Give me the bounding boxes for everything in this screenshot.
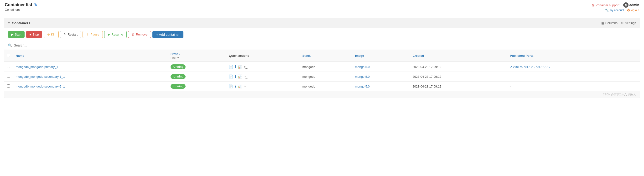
created-col-header[interactable]: Created <box>410 50 507 62</box>
row-checkbox[interactable] <box>7 84 10 88</box>
panel-header: ≡ Containers ▦ Columns ⚙ Settings <box>4 18 640 28</box>
header-right-top: ⊗ Portainer support admin <box>592 2 639 8</box>
inspect-icon[interactable]: ℹ <box>235 74 236 79</box>
my-account-link[interactable]: 🔧 my account <box>605 8 624 12</box>
header-right: ⊗ Portainer support admin 🔧 my account ⏻… <box>592 2 639 12</box>
select-all-checkbox[interactable] <box>7 54 10 57</box>
quick-actions-cell: 📄 ℹ 📊 >_ <box>226 62 299 72</box>
page-title-text: Container list <box>5 2 32 8</box>
main-panel: ≡ Containers ▦ Columns ⚙ Settings ▶ Star… <box>4 18 640 98</box>
logs-icon[interactable]: 📄 <box>229 84 233 88</box>
port-link[interactable]: ↗ 27017:27017 <box>510 65 531 69</box>
container-image-link[interactable]: mongo:5.0 <box>355 65 370 69</box>
container-image-cell: mongo:5.0 <box>352 62 410 72</box>
toolbar: ▶ Start ■ Stop ⊘ Kill ↻ Restart ⏸ Pause … <box>4 28 640 41</box>
container-name-cell: mongodb_mongodb-secondary-2_1 <box>13 82 168 91</box>
quick-actions-group: 📄 ℹ 📊 >_ <box>229 84 296 88</box>
container-name-link[interactable]: mongodb_mongodb-secondary-1_1 <box>16 75 65 78</box>
search-icon: 🔍 <box>8 44 12 47</box>
port-link[interactable]: ↗ 27017:27017 <box>530 65 551 69</box>
admin-avatar-icon <box>623 2 628 8</box>
stats-icon[interactable]: 📊 <box>238 65 242 69</box>
pause-button[interactable]: ⏸ Pause <box>82 31 103 38</box>
logs-icon[interactable]: 📄 <box>229 65 233 69</box>
wrench-icon: 🔧 <box>605 8 609 12</box>
settings-button[interactable]: ⚙ Settings <box>621 21 636 25</box>
row-checkbox[interactable] <box>7 75 10 78</box>
name-col-header[interactable]: Name <box>13 50 168 62</box>
stats-icon[interactable]: 📊 <box>238 84 242 88</box>
settings-icon: ⚙ <box>621 21 624 25</box>
table-row: mongodb_mongodb-secondary-1_1running 📄 ℹ… <box>4 72 640 82</box>
pause-icon: ⏸ <box>86 33 89 36</box>
panel-title: ≡ Containers <box>8 21 30 25</box>
logout-icon: ⏻ <box>627 8 630 12</box>
restart-button[interactable]: ↻ Restart <box>60 31 81 38</box>
no-ports-dash: - <box>510 75 511 78</box>
portainer-support-link[interactable]: ⊗ Portainer support <box>592 3 620 8</box>
inspect-icon[interactable]: ℹ <box>235 84 236 88</box>
kill-button[interactable]: ⊘ Kill <box>44 31 59 38</box>
start-icon: ▶ <box>11 33 14 36</box>
restart-icon: ↻ <box>64 33 66 36</box>
select-all-col <box>4 50 13 62</box>
image-col-header[interactable]: Image <box>352 50 410 62</box>
container-image-link[interactable]: mongo:5.0 <box>355 85 370 88</box>
panel-title-text: Containers <box>12 21 30 25</box>
container-image-link[interactable]: mongo:5.0 <box>355 75 370 78</box>
terminal-icon[interactable]: >_ <box>244 75 247 78</box>
start-button[interactable]: ▶ Start <box>8 31 24 38</box>
terminal-icon[interactable]: >_ <box>244 84 247 88</box>
container-name-cell: mongodb_mongodb-secondary-1_1 <box>13 72 168 82</box>
quick-actions-cell: 📄 ℹ 📊 >_ <box>226 82 299 91</box>
remove-icon: 🗑 <box>132 33 135 36</box>
columns-label: Columns <box>605 21 618 25</box>
container-state-cell: running <box>168 62 226 72</box>
inspect-icon[interactable]: ℹ <box>235 65 236 69</box>
status-badge: running <box>170 74 186 79</box>
log-out-link[interactable]: ⏻ log out <box>627 8 639 12</box>
containers-icon: ≡ <box>8 21 10 25</box>
container-image-cell: mongo:5.0 <box>352 82 410 91</box>
stop-button[interactable]: ■ Stop <box>26 31 42 38</box>
container-created-cell: 2023-04-28 17:09:12 <box>410 82 507 91</box>
row-checkbox-cell <box>4 62 13 72</box>
stack-col-header[interactable]: Stack <box>300 50 352 62</box>
resume-button[interactable]: ▶ Resume <box>104 31 126 38</box>
row-checkbox[interactable] <box>7 65 10 68</box>
add-container-button[interactable]: + Add container <box>152 31 184 38</box>
remove-button[interactable]: 🗑 Remove <box>128 31 151 38</box>
container-name-link[interactable]: mongodb_mongodb-secondary-2_1 <box>16 85 65 88</box>
logs-icon[interactable]: 📄 <box>229 74 233 79</box>
state-sort-icon[interactable]: ↕ <box>179 53 180 56</box>
filter-icon[interactable]: ▼ <box>177 56 179 59</box>
container-name-link[interactable]: mongodb_mongodb-primary_1 <box>16 65 58 69</box>
container-ports-cell: ↗ 27017:27017 ↗ 27017:27017 <box>507 62 640 72</box>
kill-icon: ⊘ <box>47 33 50 36</box>
stop-icon: ■ <box>29 33 31 36</box>
watermark: CSDN @天草二十六_简村人 <box>4 91 640 98</box>
portainer-support-label: Portainer support <box>596 3 620 7</box>
state-col-header[interactable]: State ↕ Filter ▼ <box>168 50 226 62</box>
admin-label: admin <box>630 3 639 7</box>
header-left: Container list ↻ Containers <box>5 2 37 12</box>
terminal-icon[interactable]: >_ <box>244 65 247 69</box>
status-badge: running <box>170 84 186 89</box>
container-created-cell: 2023-04-28 17:09:12 <box>410 72 507 82</box>
table-header-row: Name State ↕ Filter ▼ <box>4 50 640 62</box>
container-state-cell: running <box>168 72 226 82</box>
container-image-cell: mongo:5.0 <box>352 72 410 82</box>
container-stack-cell: mongodb <box>300 82 352 91</box>
panel-actions: ▦ Columns ⚙ Settings <box>601 21 636 25</box>
breadcrumb: Containers <box>5 8 37 12</box>
columns-button[interactable]: ▦ Columns <box>601 21 618 25</box>
published-ports-col-header[interactable]: Published Ports <box>507 50 640 62</box>
stats-icon[interactable]: 📊 <box>238 74 242 79</box>
top-header: Container list ↻ Containers ⊗ Portainer … <box>0 0 644 14</box>
search-input[interactable] <box>14 44 86 47</box>
table-row: mongodb_mongodb-secondary-2_1running 📄 ℹ… <box>4 82 640 91</box>
no-ports-dash: - <box>510 85 511 88</box>
container-name-cell: mongodb_mongodb-primary_1 <box>13 62 168 72</box>
refresh-icon[interactable]: ↻ <box>34 2 37 7</box>
quick-actions-group: 📄 ℹ 📊 >_ <box>229 65 296 69</box>
